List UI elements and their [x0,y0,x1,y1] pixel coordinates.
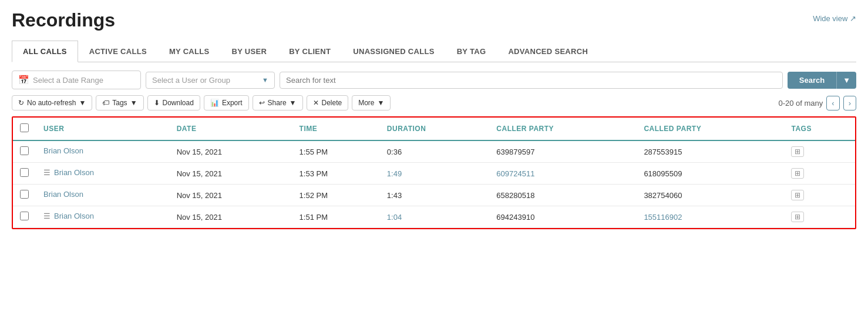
row-time: 1:53 PM [292,163,380,185]
row-called-party: 287553915 [637,140,784,163]
row-tags: ⊞ [784,206,855,228]
col-duration: DURATION [380,118,489,140]
more-label: More [358,99,374,107]
list-icon: ☰ [43,212,51,220]
tags-label: Tags [112,99,127,107]
row-checkbox[interactable] [20,190,29,199]
table-row: Brian OlsonNov 15, 20211:52 PM1:43658280… [13,185,855,206]
row-checkbox-cell [13,185,36,206]
search-button[interactable]: Search [788,72,836,89]
row-tags: ⊞ [784,140,855,163]
row-duration: 0:36 [380,140,489,163]
row-date: Nov 15, 2021 [170,185,292,206]
add-tag-button[interactable]: ⊞ [791,146,804,157]
share-icon: ↩ [259,99,265,107]
calendar-icon: 📅 [18,75,29,85]
list-icon: ☰ [43,168,51,177]
select-all-checkbox[interactable] [20,123,29,132]
row-called-party[interactable]: 155116902 [637,206,784,228]
share-label: Share [268,99,287,107]
delete-button[interactable]: ✕ Delete [307,95,349,110]
export-label: Export [222,99,243,107]
col-date: DATE [170,118,292,140]
row-duration: 1:43 [380,185,489,206]
row-checkbox[interactable] [20,212,29,220]
export-icon: 📊 [210,99,219,107]
col-caller-party: CALLER PARTY [489,118,637,140]
user-group-filter[interactable]: Select a User or Group ▼ [146,72,275,89]
tab-by-user[interactable]: BY USER [221,41,278,62]
row-user-cell: Brian Olson [36,185,170,204]
download-label: Download [163,99,194,107]
row-user[interactable]: Brian Olson [43,190,83,199]
date-range-placeholder: Select a Date Range [33,76,103,85]
download-button[interactable]: ⬇ Download [147,95,200,110]
row-tags: ⊞ [784,185,855,206]
row-date: Nov 15, 2021 [170,140,292,163]
col-called-party: CALLED PARTY [637,118,784,140]
col-checkbox [13,118,36,140]
export-button[interactable]: 📊 Export [204,95,249,110]
auto-refresh-label: No auto-refresh [27,99,76,107]
row-caller-party: 658280518 [489,185,637,206]
page-title: Recordings [12,9,115,31]
prev-page-button[interactable]: ‹ [826,96,839,110]
table-header-row: USER DATE TIME DURATION CALLER PARTY CAL… [13,118,855,140]
row-caller-party[interactable]: 609724511 [489,163,637,185]
tab-by-tag[interactable]: BY TAG [446,41,497,62]
search-input[interactable] [280,72,783,89]
add-tag-button[interactable]: ⊞ [791,168,804,179]
wide-view-link[interactable]: Wide view ↗ [813,14,856,23]
row-duration[interactable]: 1:04 [380,206,489,228]
row-called-party: 618095509 [637,163,784,185]
tab-all-calls[interactable]: ALL CALLS [12,41,78,62]
tab-advanced-search[interactable]: ADVANCED SEARCH [497,41,599,62]
row-time: 1:52 PM [292,185,380,206]
share-arrow: ▼ [290,99,297,107]
auto-refresh-button[interactable]: ↻ No auto-refresh ▼ [12,95,92,110]
tab-active-calls[interactable]: ACTIVE CALLS [78,41,158,62]
recordings-table-container: USER DATE TIME DURATION CALLER PARTY CAL… [12,116,856,229]
pagination-label: 0-20 of many [778,99,823,108]
recordings-table: USER DATE TIME DURATION CALLER PARTY CAL… [13,118,855,228]
add-tag-button[interactable]: ⊞ [791,190,804,200]
row-user[interactable]: Brian Olson [54,212,94,220]
tags-arrow: ▼ [130,99,137,107]
col-time: TIME [292,118,380,140]
row-caller-party: 639879597 [489,140,637,163]
row-user[interactable]: Brian Olson [43,146,83,155]
more-arrow: ▼ [378,99,385,107]
refresh-icon: ↻ [18,99,24,107]
tab-by-client[interactable]: BY CLIENT [278,41,342,62]
row-date: Nov 15, 2021 [170,206,292,228]
tags-button[interactable]: 🏷 Tags ▼ [96,95,143,110]
date-range-filter[interactable]: 📅 Select a Date Range [12,71,141,89]
delete-icon: ✕ [313,99,319,107]
next-page-button[interactable]: › [843,96,856,110]
tab-unassigned-calls[interactable]: UNASSIGNED CALLS [342,41,445,62]
filter-bar: 📅 Select a Date Range Select a User or G… [12,71,856,89]
table-body: Brian OlsonNov 15, 20211:55 PM0:36639879… [13,140,855,228]
row-time: 1:55 PM [292,140,380,163]
share-button[interactable]: ↩ Share ▼ [253,95,303,110]
search-dropdown-arrow[interactable]: ▼ [836,72,856,89]
row-checkbox-cell [13,163,36,185]
row-duration[interactable]: 1:49 [380,163,489,185]
row-checkbox[interactable] [20,168,29,177]
row-user-cell: ☰Brian Olson [36,206,170,226]
row-caller-party: 694243910 [489,206,637,228]
delete-label: Delete [322,99,342,107]
row-date: Nov 15, 2021 [170,163,292,185]
table-row: ☰Brian OlsonNov 15, 20211:53 PM1:4960972… [13,163,855,185]
row-checkbox-cell [13,140,36,163]
auto-refresh-arrow: ▼ [79,99,86,107]
table-row: ☰Brian OlsonNov 15, 20211:51 PM1:0469424… [13,206,855,228]
row-user-cell: ☰Brian Olson [36,163,170,182]
user-group-placeholder: Select a User or Group [152,76,230,85]
row-user[interactable]: Brian Olson [54,168,94,177]
tab-my-calls[interactable]: MY CALLS [158,41,221,62]
row-checkbox[interactable] [20,146,29,155]
more-button[interactable]: More ▼ [352,95,391,110]
add-tag-button[interactable]: ⊞ [791,212,804,222]
toolbar: ↻ No auto-refresh ▼ 🏷 Tags ▼ ⬇ Download … [12,95,856,110]
